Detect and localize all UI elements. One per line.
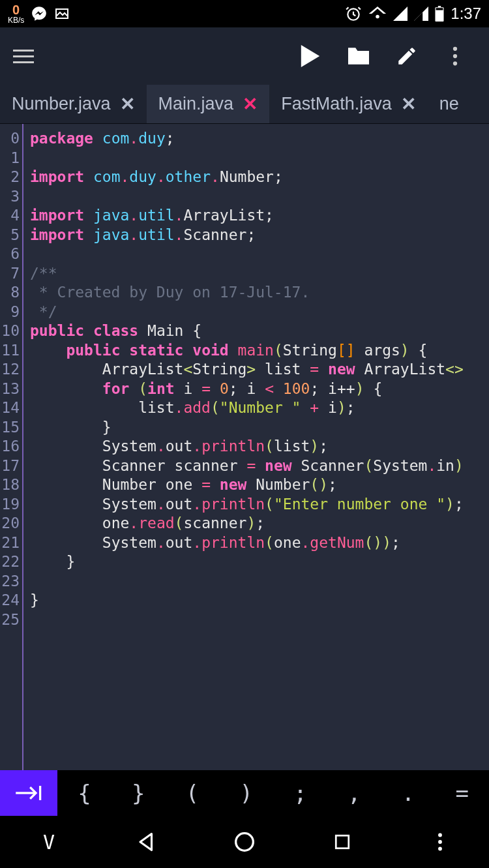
svg-point-6 [453, 47, 457, 51]
overflow-menu-button[interactable] [441, 42, 469, 70]
line-number: 18 [0, 475, 22, 495]
tab-label: ne [439, 94, 459, 114]
svg-point-8 [453, 61, 457, 65]
line-number: 6 [0, 245, 22, 264]
line-number: 15 [0, 418, 22, 438]
svg-point-2 [376, 15, 380, 19]
svg-point-11 [236, 833, 254, 851]
line-number: 19 [0, 495, 22, 515]
app-toolbar [0, 27, 489, 85]
image-icon [54, 6, 70, 22]
symbol-key[interactable]: ; [288, 780, 312, 806]
home-button[interactable] [225, 822, 264, 861]
line-number: 17 [0, 456, 22, 476]
line-number: 22 [0, 552, 22, 572]
line-number: 9 [0, 303, 22, 322]
network-speed-indicator: 0 KB/s [8, 3, 24, 24]
code-content[interactable]: package com.duy; import com.duy.other.Nu… [23, 124, 489, 770]
symbol-key[interactable]: } [126, 780, 150, 806]
edit-button[interactable] [393, 42, 421, 70]
line-number: 10 [0, 322, 22, 341]
line-number: 23 [0, 572, 22, 591]
line-number: 8 [0, 283, 22, 303]
alarm-icon [345, 5, 362, 22]
line-number: 21 [0, 533, 22, 553]
svg-rect-5 [436, 8, 443, 10]
nav-v-button[interactable]: V [29, 822, 68, 861]
tab-label: Main.java [158, 94, 234, 114]
tab-label: Number.java [12, 94, 111, 114]
back-button[interactable] [127, 822, 166, 861]
symbol-toolbar: {}();,.= [0, 770, 489, 816]
wifi-icon [368, 7, 387, 21]
close-icon[interactable]: ✕ [401, 93, 416, 115]
close-icon[interactable]: ✕ [243, 93, 258, 115]
line-number: 2 [0, 168, 22, 187]
svg-rect-4 [438, 6, 441, 7]
signal-icon [393, 7, 408, 21]
tab-label: FastMath.java [281, 94, 392, 114]
line-number: 11 [0, 341, 22, 361]
symbol-key[interactable]: , [342, 780, 366, 806]
svg-point-14 [438, 840, 442, 844]
svg-point-7 [453, 54, 457, 58]
symbol-key[interactable]: . [396, 780, 420, 806]
clock-time: 1:37 [451, 5, 481, 23]
line-number: 4 [0, 206, 22, 226]
line-number: 3 [0, 187, 22, 207]
line-number: 16 [0, 437, 22, 456]
symbol-key[interactable]: ) [234, 780, 258, 806]
battery-icon [435, 6, 444, 22]
tab-key-button[interactable] [0, 770, 57, 816]
line-number: 13 [0, 380, 22, 399]
svg-rect-12 [336, 835, 349, 848]
line-number: 14 [0, 398, 22, 418]
line-number: 25 [0, 610, 22, 630]
nav-overflow-button[interactable] [421, 822, 460, 861]
symbol-key[interactable]: ( [181, 780, 204, 806]
folder-button[interactable] [344, 42, 373, 70]
line-number: 24 [0, 591, 22, 610]
line-number-gutter: 0123456789101112131415161718192021222324… [0, 124, 23, 770]
line-number: 7 [0, 264, 22, 284]
tab-fastmath-java[interactable]: FastMath.java ✕ [269, 85, 428, 123]
menu-button[interactable] [13, 50, 34, 63]
run-button[interactable] [296, 42, 325, 70]
line-number: 12 [0, 360, 22, 380]
file-tabs: Number.java ✕ Main.java ✕ FastMath.java … [0, 85, 489, 124]
line-number: 1 [0, 149, 22, 168]
line-number: 20 [0, 514, 22, 533]
symbol-key[interactable]: { [72, 780, 96, 806]
symbol-keys: {}();,.= [57, 770, 489, 816]
line-number: 0 [0, 129, 22, 149]
close-icon[interactable]: ✕ [120, 93, 135, 115]
signal-icon-2 [414, 7, 428, 21]
android-nav-bar: V [0, 816, 489, 868]
symbol-key[interactable]: = [450, 780, 473, 806]
svg-point-15 [438, 847, 442, 851]
svg-point-13 [438, 833, 442, 837]
tab-number-java[interactable]: Number.java ✕ [0, 85, 147, 123]
messenger-icon [31, 5, 48, 22]
code-editor[interactable]: 0123456789101112131415161718192021222324… [0, 124, 489, 770]
tab-partial[interactable]: ne [428, 85, 471, 123]
tab-main-java[interactable]: Main.java ✕ [147, 85, 270, 123]
android-status-bar: 0 KB/s 1:37 [0, 0, 489, 27]
line-number: 5 [0, 226, 22, 245]
recent-apps-button[interactable] [323, 822, 362, 861]
